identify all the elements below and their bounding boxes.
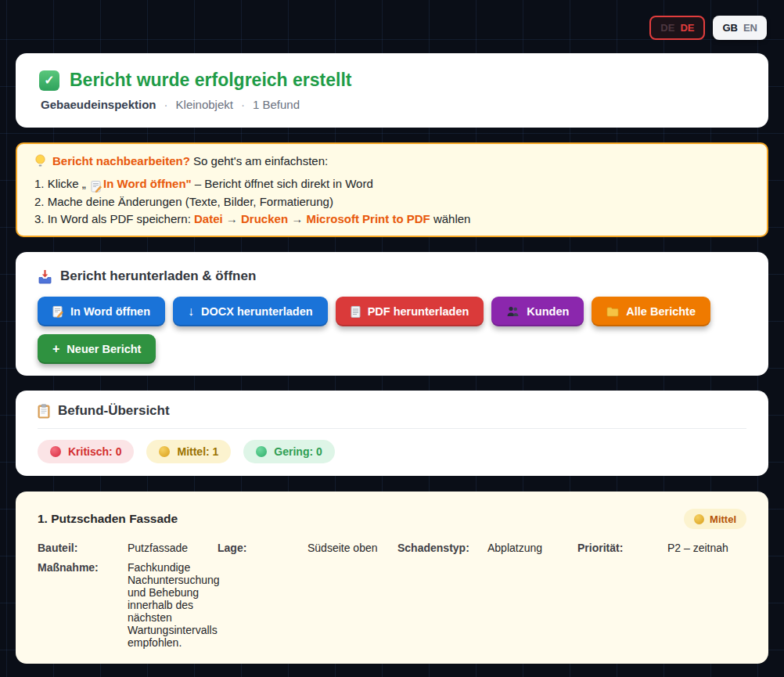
severity-badge: Mittel — [684, 509, 746, 529]
check-icon: ✓ — [39, 70, 59, 91]
field-value-lage: Südseite oben — [307, 542, 397, 554]
success-title-row: ✓ Bericht wurde erfolgreich erstellt — [39, 70, 745, 91]
arrow-right-icon: → — [223, 212, 241, 225]
download-button-row: In Word öffnen ↓ DOCX herunterladen PDF … — [38, 297, 746, 364]
page-icon — [351, 306, 361, 318]
step2-text: 2. Mache deine Änderungen (Texte, Bilder… — [34, 195, 333, 208]
low-count-badge: Gering: 0 — [243, 440, 334, 463]
finding-fields-grid: Bauteil: Putzfassade Lage: Südseite oben… — [38, 542, 746, 649]
finding-detail-card: 1. Putzschaden Fassade Mittel Bauteil: P… — [16, 492, 768, 664]
divider — [38, 428, 746, 429]
customers-label: Kunden — [527, 305, 569, 318]
step1-prefix: 1. Klicke „ — [34, 177, 89, 190]
report-meta: Gebaeudeinspektion · Kleinobjekt · 1 Bef… — [39, 98, 745, 111]
new-report-button[interactable]: + Neuer Bericht — [38, 334, 156, 364]
language-label-de: DE — [680, 22, 694, 34]
open-in-word-label: In Word öffnen — [70, 305, 150, 318]
meta-separator: · — [241, 98, 245, 111]
medium-count-badge: Mittel: 1 — [146, 440, 231, 463]
meta-separator: · — [164, 98, 168, 111]
step1-rest: – Bericht öffnet sich direkt in Word — [192, 177, 373, 190]
yellow-dot-icon — [159, 446, 170, 457]
field-label-prioritaet: Priorität: — [577, 542, 667, 554]
download-docx-button[interactable]: ↓ DOCX herunterladen — [173, 297, 328, 326]
all-reports-label: Alle Berichte — [626, 305, 696, 318]
tip-question: Bericht nachbearbeiten? — [52, 154, 190, 167]
download-section-title-row: Bericht herunterladen & öffnen — [38, 268, 746, 284]
finding-title: 1. Putzschaden Fassade — [38, 512, 178, 526]
severity-pill-row: Kritisch: 0 Mittel: 1 Gering: 0 — [38, 440, 746, 463]
download-pdf-label: PDF herunterladen — [368, 305, 469, 318]
critical-count-label: Kritisch: 0 — [68, 445, 121, 458]
page-title: Bericht wurde erfolgreich erstellt — [70, 70, 351, 91]
down-arrow-icon: ↓ — [188, 304, 194, 319]
tip-step-2: 2. Mache deine Änderungen (Texte, Bilder… — [34, 193, 750, 211]
field-label-lage: Lage: — [218, 542, 307, 554]
step3-rest: wählen — [430, 212, 471, 225]
download-card: Bericht herunterladen & öffnen In Word ö… — [16, 252, 768, 376]
meta-project-name: Gebaeudeinspektion — [41, 98, 156, 111]
step3-menu-drucken: Drucken — [241, 212, 288, 225]
field-label-massnahme: Maßnahme: — [38, 561, 128, 649]
memo-icon — [91, 181, 102, 193]
arrow-right-icon: → — [288, 212, 306, 225]
finding-header: 1. Putzschaden Fassade Mittel — [38, 509, 746, 529]
overview-title: Befund-Übersicht — [58, 403, 170, 419]
overview-title-row: Befund-Übersicht — [38, 403, 746, 419]
tip-subtitle: So geht's am einfachsten: — [190, 154, 328, 167]
tip-step-3: 3. In Word als PDF speichern: Datei → Dr… — [34, 211, 750, 229]
people-icon — [506, 306, 520, 317]
german-flag-icon: DE — [660, 22, 674, 34]
field-label-schadenstyp: Schadenstyp: — [397, 542, 487, 554]
british-flag-icon: GB — [722, 22, 738, 34]
open-in-word-button[interactable]: In Word öffnen — [38, 297, 165, 326]
medium-count-label: Mittel: 1 — [177, 445, 218, 458]
severity-badge-label: Mittel — [710, 513, 736, 525]
step1-strong: In Word öffnen" — [103, 177, 192, 190]
download-section-title: Bericht herunterladen & öffnen — [60, 268, 256, 284]
language-button-en[interactable]: GB EN — [713, 16, 767, 40]
meta-findings-count: 1 Befund — [253, 98, 300, 111]
customers-button[interactable]: Kunden — [491, 297, 584, 326]
meta-object-type: Kleinobjekt — [176, 98, 233, 111]
success-card: ✓ Bericht wurde erfolgreich erstellt Geb… — [16, 53, 768, 128]
field-value-prioritaet: P2 – zeitnah — [667, 542, 746, 554]
step3-menu-datei: Datei — [194, 212, 223, 225]
language-switcher: DE DE GB EN — [649, 16, 767, 40]
all-reports-button[interactable]: Alle Berichte — [592, 297, 710, 326]
field-label-bauteil: Bauteil: — [38, 542, 128, 554]
tip-title-row: Bericht nachbearbeiten? So geht's am ein… — [34, 154, 750, 167]
plus-icon: + — [52, 342, 59, 356]
new-report-label: Neuer Bericht — [67, 343, 141, 355]
tip-card: Bericht nachbearbeiten? So geht's am ein… — [16, 142, 768, 237]
field-value-schadenstyp: Abplatzung — [487, 542, 577, 554]
yellow-dot-icon — [694, 514, 704, 524]
inbox-tray-icon — [38, 269, 52, 284]
folder-icon — [606, 307, 619, 317]
step3-prefix: 3. In Word als PDF speichern: — [34, 212, 194, 225]
red-dot-icon — [50, 446, 61, 457]
tip-step-1: 1. Klicke „ In Word öffnen" – Bericht öf… — [34, 175, 750, 193]
language-button-de[interactable]: DE DE — [649, 16, 705, 40]
download-pdf-button[interactable]: PDF herunterladen — [336, 297, 484, 326]
low-count-label: Gering: 0 — [274, 445, 322, 458]
field-value-massnahme: Fachkundige Nachuntersuchung und Behebun… — [128, 561, 218, 649]
step3-printer-name: Microsoft Print to PDF — [306, 212, 430, 225]
tip-title-text: Bericht nachbearbeiten? So geht's am ein… — [52, 154, 328, 167]
field-value-bauteil: Putzfassade — [128, 542, 218, 554]
memo-icon — [52, 306, 63, 318]
language-label-en: EN — [743, 22, 757, 34]
findings-overview-card: Befund-Übersicht Kritisch: 0 Mittel: 1 G… — [16, 391, 768, 476]
green-dot-icon — [256, 446, 267, 457]
download-docx-label: DOCX herunterladen — [201, 305, 313, 318]
clipboard-icon — [38, 404, 50, 419]
lightbulb-icon — [34, 154, 46, 167]
critical-count-badge: Kritisch: 0 — [38, 440, 134, 463]
